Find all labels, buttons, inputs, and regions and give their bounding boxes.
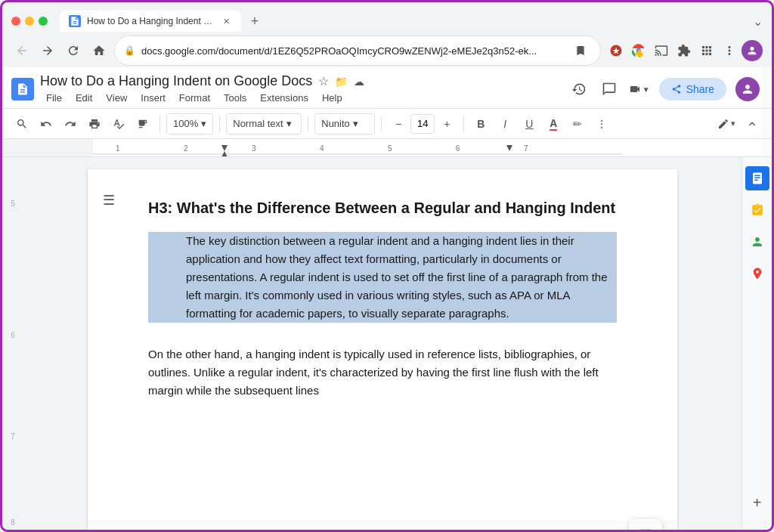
menu-help[interactable]: Help [316,91,348,105]
docs-main-layout: 5 6 7 8 ☰ H3: What's the Difference Betw… [2,157,772,530]
selected-paragraph: The key distinction between a regular in… [148,232,617,323]
home-button[interactable] [88,40,110,61]
docs-title[interactable]: How to Do a Hanging Indent on Google Doc… [40,73,312,89]
svg-text:1: 1 [116,144,120,153]
more-formatting-button[interactable]: ⋮ [591,113,612,135]
tab-bar: How to Do a Hanging Indent o... ✕ + ⌄ [60,11,763,32]
traffic-lights [11,17,48,26]
video-call-icon[interactable]: ▼ [629,79,650,100]
svg-text:2: 2 [184,144,188,153]
new-tab-button[interactable]: + [244,11,265,32]
search-button[interactable] [11,113,33,135]
svg-marker-3 [221,145,228,151]
active-tab[interactable]: How to Do a Hanging Indent o... ✕ [60,11,241,32]
add-plugin-button[interactable]: + [745,490,769,515]
title-bar: How to Do a Hanging Indent o... ✕ + ⌄ [2,2,772,34]
selected-text-block[interactable]: The key distinction between a regular in… [148,232,617,323]
doc-content-wrapper[interactable]: ☰ H3: What's the Difference Between a Re… [23,157,741,530]
minimize-window-button[interactable] [25,17,34,26]
font-size-input[interactable] [410,114,435,134]
comment-icon[interactable] [599,79,620,100]
svg-text:5: 5 [388,144,392,153]
cloud-icon[interactable]: ☁ [354,76,364,88]
redo-button[interactable] [60,113,81,135]
highlight-button[interactable]: ✏ [567,113,588,135]
next-paragraph: On the other hand, a hanging indent is t… [148,345,617,400]
bold-button[interactable]: B [470,113,491,135]
address-bar[interactable]: 🔒 docs.google.com/document/d/1EZ6Q52PROa… [114,36,601,66]
add-comment-button[interactable] [633,524,658,530]
font-size-decrease-button[interactable]: − [388,113,409,135]
underline-label: U [525,118,533,130]
italic-label: I [503,118,506,130]
line-numbers: 5 6 7 8 [2,157,23,530]
share-button[interactable]: Share [659,78,726,101]
docs-header: How to Do a Hanging Indent on Google Doc… [2,67,772,109]
bookmark-button[interactable] [570,40,591,61]
text-color-button[interactable]: A [543,113,564,135]
user-avatar[interactable] [735,77,760,101]
menu-edit[interactable]: Edit [70,91,98,105]
puzzle-button[interactable] [673,40,695,61]
forward-button[interactable] [37,40,58,61]
maximize-window-button[interactable] [39,17,48,26]
tasks-icon[interactable] [745,198,769,222]
highlight-icon: ✏ [573,118,582,130]
cast-button[interactable] [651,40,672,61]
edit-mode-button[interactable]: ▾ [714,113,738,135]
floating-comment-bar [629,519,662,530]
menu-file[interactable]: File [40,91,68,105]
tab-more-button[interactable]: ⌄ [753,14,763,29]
menu-insert[interactable]: Insert [135,91,172,105]
menu-tools[interactable]: Tools [218,91,252,105]
zoom-dropdown[interactable]: 100% ▾ [166,113,213,135]
collapse-toolbar-button[interactable] [741,113,763,135]
style-dropdown[interactable]: Normal text ▾ [226,113,302,135]
docs-title-area: How to Do a Hanging Indent on Google Doc… [40,73,562,105]
svg-marker-5 [506,145,512,151]
google-apps-icon[interactable] [745,166,769,190]
menu-view[interactable]: View [100,91,133,105]
back-button[interactable] [11,40,33,61]
style-chevron-icon: ▾ [286,118,292,129]
contacts-icon[interactable] [745,230,769,254]
font-dropdown[interactable]: Nunito ▾ [314,113,375,135]
spell-check-button[interactable] [108,113,129,135]
edit-mode-chevron: ▾ [731,119,735,128]
profile-avatar [741,40,763,61]
menu-format[interactable]: Format [173,91,216,105]
reload-button[interactable] [63,40,84,61]
list-icon[interactable]: ☰ [103,192,115,209]
font-size-increase-button[interactable]: + [436,113,457,135]
tab-favicon [69,15,81,27]
maps-icon[interactable] [745,261,769,286]
italic-button[interactable]: I [494,113,515,135]
version-history-icon[interactable] [568,79,590,100]
browser-window: How to Do a Hanging Indent o... ✕ + ⌄ 🔒 … [2,2,772,530]
chrome-icon[interactable] [628,40,649,61]
ruler-inner: 1 2 3 4 5 6 7 [93,139,772,157]
extensions-button[interactable] [605,40,627,61]
share-label: Share [686,83,714,95]
grid-button[interactable] [696,40,717,61]
undo-button[interactable] [36,113,57,135]
text-color-icon: A [550,117,557,131]
nav-bar: 🔒 docs.google.com/document/d/1EZ6Q52PROa… [2,34,772,67]
font-value: Nunito [321,118,350,129]
formatting-toolbar: 100% ▾ Normal text ▾ Nunito ▾ − + B [2,109,772,139]
tab-close-button[interactable]: ✕ [220,15,232,27]
browser-menu-button[interactable] [719,40,740,61]
zoom-value: 100% [173,118,198,129]
underline-button[interactable]: U [519,113,540,135]
separator-3 [308,116,308,131]
separator-4 [381,116,382,131]
profile-icon[interactable] [741,40,763,61]
folder-icon[interactable]: 📁 [335,76,348,88]
paint-format-button[interactable] [132,113,153,135]
docs-app: How to Do a Hanging Indent on Google Doc… [2,67,772,530]
print-button[interactable] [84,113,105,135]
star-icon[interactable]: ☆ [318,74,329,88]
close-window-button[interactable] [11,17,20,26]
doc-page: ☰ H3: What's the Difference Between a Re… [88,169,677,530]
menu-extensions[interactable]: Extensions [254,91,314,105]
